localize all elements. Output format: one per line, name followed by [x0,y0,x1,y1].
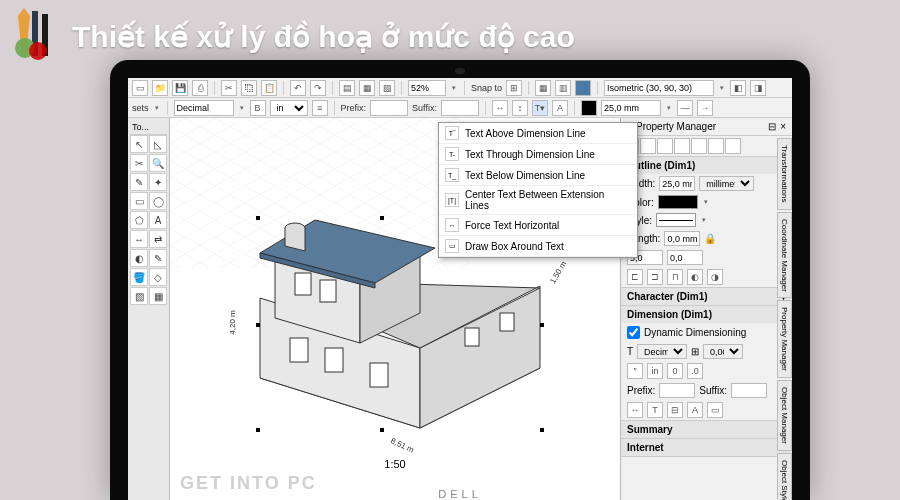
txt-pos-2[interactable]: T [647,402,663,418]
size-input[interactable] [601,100,661,116]
transparency-tool[interactable]: ▨ [130,287,148,305]
precision-select[interactable]: 0,00 [703,344,743,359]
ellipse-tool[interactable]: ◯ [149,192,167,210]
vtab-coordinate[interactable]: Coordinate Manager [777,212,792,299]
tool-b-button[interactable]: ▦ [359,80,375,96]
menu-draw-box[interactable]: ▭Draw Box Around Text [439,236,637,257]
view-mode-select[interactable] [604,80,714,96]
tab-2[interactable] [640,138,656,154]
vtab-property[interactable]: Property Manager [777,300,792,378]
dim-opt-1[interactable]: ″ [627,363,643,379]
dim-opt-4[interactable]: .0 [687,363,703,379]
dim-btn-2[interactable]: ↕ [512,100,528,116]
chevron-down-icon[interactable]: ▾ [718,84,726,92]
style-swatch[interactable] [656,213,696,227]
dynamic-checkbox[interactable] [627,325,640,340]
copy-button[interactable]: ⿻ [241,80,257,96]
vtab-object-styles[interactable]: Object Styles [777,453,792,500]
mesh-tool[interactable]: ▦ [149,287,167,305]
menu-text-through[interactable]: T-Text Through Dimension Line [439,144,637,165]
prefix-input[interactable] [370,100,408,116]
print-button[interactable]: ⎙ [192,80,208,96]
rect-tool[interactable]: ▭ [130,192,148,210]
length-input[interactable] [664,231,700,246]
crop-tool[interactable]: ✂ [130,154,148,172]
dim-prefix-input[interactable] [659,383,695,398]
lock-icon[interactable]: 🔒 [704,233,716,244]
dimension-tool[interactable]: ↔ [130,230,148,248]
tool-a-button[interactable]: ▤ [339,80,355,96]
tab-5[interactable] [691,138,707,154]
txt-pos-3[interactable]: ⊟ [667,402,683,418]
menu-text-horizontal[interactable]: ↔Force Text Horizontal [439,215,637,236]
view-btn-2[interactable]: ◨ [750,80,766,96]
outline-tool[interactable]: ◇ [149,268,167,286]
txt-pos-1[interactable]: ↔ [627,402,643,418]
menu-text-center[interactable]: |T|Center Text Between Extension Lines [439,186,637,215]
dimension-section-head[interactable]: Dimension (Dim1) [627,309,712,320]
character-section-head[interactable]: Character (Dim1) [627,291,708,302]
tab-6[interactable] [708,138,724,154]
close-icon[interactable]: × [780,121,786,132]
internet-section-head[interactable]: Internet [627,442,664,453]
view-btn-1[interactable]: ◧ [730,80,746,96]
dim-style-select[interactable]: Decimal [637,344,687,359]
dim-btn-1[interactable]: ↔ [492,100,508,116]
color-swatch[interactable] [658,195,698,209]
txt-pos-4[interactable]: A [687,402,703,418]
cap-2[interactable]: ⊐ [647,269,663,285]
line-style-button[interactable]: — [677,100,693,116]
vtab-object-mgr[interactable]: Object Manager [777,380,792,451]
tab-7[interactable] [725,138,741,154]
width-unit-select[interactable]: millimet... [699,176,754,191]
chevron-down-icon[interactable]: ▾ [153,104,161,112]
width-input[interactable] [659,176,695,191]
zoom-input[interactable] [408,80,446,96]
dim-btn-3[interactable]: T▾ [532,100,548,116]
font-select[interactable] [174,100,234,116]
effects-tool[interactable]: ◐ [130,249,148,267]
chevron-down-icon[interactable]: ▾ [702,198,710,206]
panel-pin-icon[interactable]: ⊟ [768,121,776,132]
snap-button[interactable]: ⊞ [506,80,522,96]
tab-3[interactable] [657,138,673,154]
cut-button[interactable]: ✂ [221,80,237,96]
eyedrop-tool[interactable]: ✎ [149,249,167,267]
dim-opt-2[interactable]: in [647,363,663,379]
fill-tool[interactable]: 🪣 [130,268,148,286]
dim-opt-3[interactable]: 0 [667,363,683,379]
menu-text-below[interactable]: T_Text Below Dimension Line [439,165,637,186]
tab-4[interactable] [674,138,690,154]
bold-button[interactable]: B [250,100,266,116]
shape-tool[interactable]: ◺ [149,135,167,153]
align-button[interactable]: ≡ [312,100,328,116]
text-tool[interactable]: A [149,211,167,229]
connector-tool[interactable]: ⇄ [149,230,167,248]
grid-button[interactable]: ▦ [535,80,551,96]
cap-3[interactable]: ⊓ [667,269,683,285]
undo-button[interactable]: ↶ [290,80,306,96]
arrow-style-button[interactable]: → [697,100,713,116]
chevron-down-icon[interactable]: ▾ [700,216,708,224]
units-select[interactable]: in [270,100,308,116]
color-button[interactable] [575,80,591,96]
color-fill-button[interactable] [581,100,597,116]
polygon-tool[interactable]: ⬠ [130,211,148,229]
cap-4[interactable]: ◐ [687,269,703,285]
tool-c-button[interactable]: ▧ [379,80,395,96]
cap-1[interactable]: ⊏ [627,269,643,285]
cap-5[interactable]: ◑ [707,269,723,285]
redo-button[interactable]: ↷ [310,80,326,96]
open-button[interactable]: 📁 [152,80,168,96]
chevron-down-icon[interactable]: ▾ [238,104,246,112]
new-button[interactable]: ▭ [132,80,148,96]
zoom-tool[interactable]: 🔍 [149,154,167,172]
guides-button[interactable]: ▥ [555,80,571,96]
save-button[interactable]: 💾 [172,80,188,96]
menu-text-above[interactable]: T‾Text Above Dimension Line [439,123,637,144]
smart-tool[interactable]: ✦ [149,173,167,191]
dim-btn-4[interactable]: A [552,100,568,116]
dim-suffix-input[interactable] [731,383,767,398]
txt-pos-5[interactable]: ▭ [707,402,723,418]
pick-tool[interactable]: ↖ [130,135,148,153]
